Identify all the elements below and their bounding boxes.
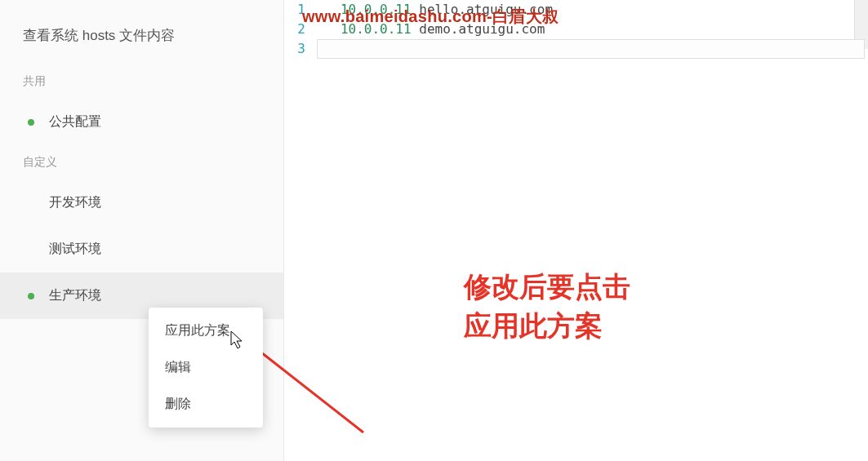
line-number: 1 [284, 0, 317, 20]
menu-item-apply[interactable]: 应用此方案 [149, 313, 263, 349]
sidebar-item-label: 开发环境 [49, 194, 101, 211]
sidebar-item-label: 测试环境 [49, 241, 101, 258]
sidebar-item-label: 公共配置 [49, 113, 101, 131]
section-label-shared: 共用 [0, 64, 283, 99]
editor-line: 2 10.0.0.11 demo.atguigu.com [284, 20, 868, 39]
code-text[interactable] [317, 39, 865, 59]
editor-area[interactable]: 1 10.0.0.11 hello.atguigu.com 2 10.0.0.1… [284, 0, 868, 461]
sidebar-item-label: 生产环境 [49, 287, 101, 304]
sidebar-item-public-config[interactable]: 公共配置 [0, 99, 283, 145]
menu-item-edit[interactable]: 编辑 [149, 349, 263, 386]
line-number: 3 [284, 39, 317, 59]
code-text[interactable]: 10.0.0.11 hello.atguigu.com [317, 0, 553, 20]
section-label-custom: 自定义 [0, 145, 283, 180]
editor-line-current: 3 [284, 39, 868, 59]
editor-line: 1 10.0.0.11 hello.atguigu.com [284, 0, 868, 20]
sidebar-item-test[interactable]: 测试环境 [0, 226, 283, 273]
line-number: 2 [284, 20, 317, 39]
code-text[interactable]: 10.0.0.11 demo.atguigu.com [317, 20, 545, 39]
context-menu: 应用此方案 编辑 删除 [149, 308, 263, 428]
sidebar-item-dev[interactable]: 开发环境 [0, 180, 283, 226]
menu-item-delete[interactable]: 删除 [149, 386, 263, 423]
sidebar-title: 查看系统 hosts 文件内容 [0, 7, 283, 64]
